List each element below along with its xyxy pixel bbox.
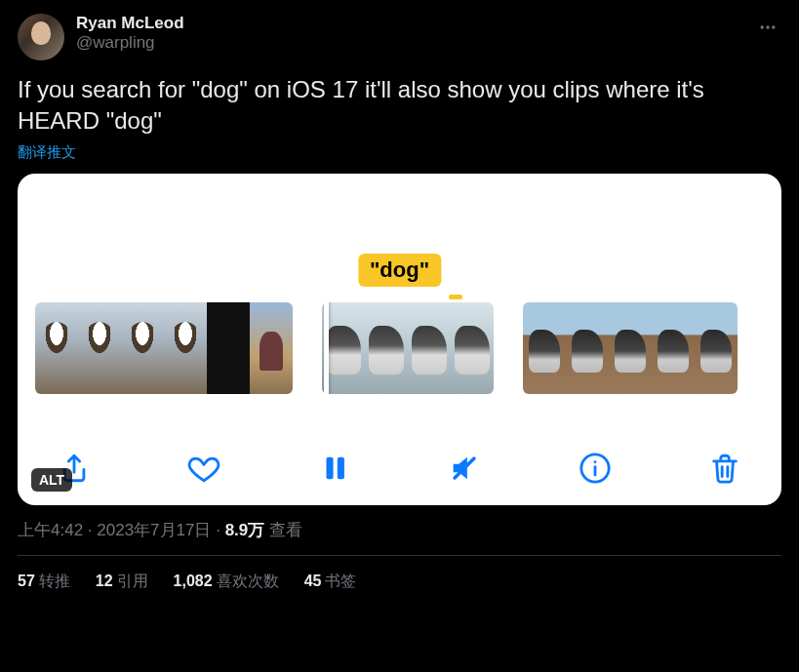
display-name: Ryan McLeod bbox=[76, 14, 742, 33]
video-frame bbox=[365, 302, 408, 394]
svg-rect-4 bbox=[338, 456, 344, 479]
mute-icon[interactable] bbox=[445, 449, 484, 488]
alt-badge[interactable]: ALT bbox=[31, 468, 72, 492]
video-frame bbox=[408, 302, 451, 394]
video-frame bbox=[609, 302, 652, 394]
media-toolbar bbox=[18, 449, 781, 488]
video-frame bbox=[695, 302, 738, 394]
video-frame bbox=[451, 302, 494, 394]
svg-point-7 bbox=[593, 460, 596, 463]
avatar[interactable] bbox=[18, 14, 64, 60]
clip-group-2[interactable] bbox=[322, 302, 494, 394]
views-count: 8.9万 bbox=[225, 521, 265, 539]
video-frame bbox=[121, 302, 164, 394]
info-icon[interactable] bbox=[576, 449, 615, 488]
tweet-meta[interactable]: 上午4:42 · 2023年7月17日 · 8.9万 查看 bbox=[18, 519, 781, 556]
tweet-text: If you search for "dog" on iOS 17 it'll … bbox=[18, 74, 781, 138]
tweet-time: 上午4:42 bbox=[18, 521, 83, 539]
video-frame bbox=[207, 302, 250, 394]
svg-point-2 bbox=[772, 25, 775, 28]
likes-stat[interactable]: 1,082喜欢次数 bbox=[174, 572, 279, 592]
quotes-stat[interactable]: 12引用 bbox=[96, 572, 148, 592]
video-frame bbox=[566, 302, 609, 394]
heart-icon[interactable] bbox=[184, 449, 223, 488]
retweets-stat[interactable]: 57转推 bbox=[18, 572, 70, 592]
video-frame bbox=[250, 302, 293, 394]
video-frame bbox=[35, 302, 78, 394]
handle: @warpling bbox=[76, 33, 742, 53]
video-timeline[interactable] bbox=[18, 302, 781, 394]
trash-icon[interactable] bbox=[705, 449, 744, 488]
more-icon[interactable] bbox=[754, 14, 781, 44]
clip-group-1[interactable] bbox=[35, 302, 293, 394]
svg-rect-3 bbox=[326, 456, 333, 479]
search-term-badge: "dog" bbox=[358, 254, 441, 287]
author-names[interactable]: Ryan McLeod @warpling bbox=[76, 14, 742, 54]
svg-point-1 bbox=[766, 25, 769, 28]
media-card[interactable]: "dog" bbox=[18, 174, 781, 505]
tweet-stats: 57转推 12引用 1,082喜欢次数 45书签 bbox=[18, 556, 781, 608]
scrubber-handle[interactable] bbox=[324, 302, 329, 394]
video-frame bbox=[523, 302, 566, 394]
timeline-marker bbox=[449, 295, 462, 299]
video-frame bbox=[652, 302, 695, 394]
pause-icon[interactable] bbox=[315, 449, 354, 488]
views-label: 查看 bbox=[269, 521, 302, 539]
tweet-header: Ryan McLeod @warpling bbox=[18, 14, 781, 60]
bookmarks-stat[interactable]: 45书签 bbox=[304, 572, 357, 592]
tweet-container: Ryan McLeod @warpling If you search for … bbox=[0, 0, 799, 608]
clip-group-3[interactable] bbox=[523, 302, 738, 394]
video-frame bbox=[164, 302, 207, 394]
svg-point-0 bbox=[761, 25, 764, 28]
translate-link[interactable]: 翻译推文 bbox=[18, 143, 76, 162]
video-frame bbox=[78, 302, 121, 394]
tweet-date: 2023年7月17日 bbox=[97, 521, 211, 539]
